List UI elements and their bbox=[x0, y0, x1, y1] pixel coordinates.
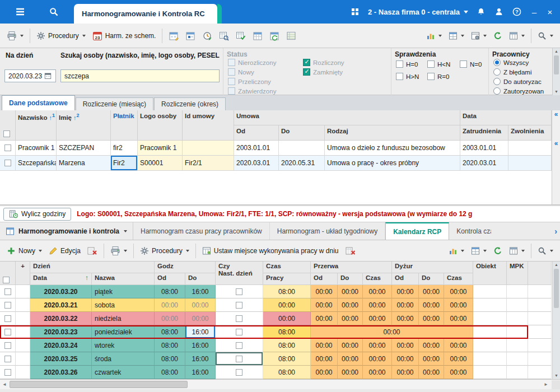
cell-przerwa-czas[interactable]: 00:00 bbox=[363, 352, 392, 366]
calendar-row[interactable]: 2020.03.26 czwartek 08:00 16:00 08:00 00… bbox=[0, 366, 552, 379]
calendar-row-selected[interactable]: 2020.03.23 poniedziałek 08:00 16:00 08:0… bbox=[0, 325, 552, 339]
cell-mpk[interactable] bbox=[507, 352, 528, 366]
employee-row-selected[interactable]: Szczepańska Marzena Fir2 S00001 Fir2/1 2… bbox=[0, 156, 552, 171]
select-all-checkbox[interactable] bbox=[3, 277, 10, 283]
checkbox-przeliczony[interactable]: Przeliczony bbox=[228, 78, 271, 85]
row-select-cell[interactable] bbox=[0, 325, 16, 339]
cell-zwolnienia[interactable] bbox=[508, 156, 552, 171]
expand-cell[interactable] bbox=[16, 298, 30, 312]
zoom-button[interactable] bbox=[534, 27, 557, 44]
company-selector[interactable]: 2 - Nasza firma 0 - centrala bbox=[368, 8, 468, 16]
col-header-logo-osoby[interactable]: Logo osoby bbox=[138, 110, 183, 141]
col-header-mpk[interactable]: MPK bbox=[507, 262, 528, 285]
cell-obiekt[interactable] bbox=[473, 366, 507, 379]
cell-nazwa[interactable]: środa bbox=[92, 352, 155, 366]
tab-harmonogram-czasu-pracy[interactable]: Harmonogram czasu pracy pracowników bbox=[133, 222, 270, 240]
cell-zatrudnienia[interactable]: 2003.01.01 bbox=[460, 141, 508, 156]
row-checkbox[interactable] bbox=[4, 144, 11, 151]
col-header-data[interactable]: Data↑ bbox=[30, 273, 92, 285]
col-header-dyzur-do[interactable]: Do bbox=[419, 273, 444, 285]
cell-czy-nast-dzien[interactable] bbox=[216, 366, 263, 379]
row-checkbox[interactable] bbox=[4, 356, 11, 362]
col-header-dyzur-od[interactable]: Od bbox=[392, 273, 419, 285]
radio-z-bledami[interactable]: Z błędami bbox=[493, 68, 532, 76]
more-tabs-button[interactable]: › bbox=[552, 222, 560, 240]
radio-do-autoryzacji[interactable]: Do autoryzac bbox=[493, 78, 542, 85]
cell-dyzur-do[interactable]: 00:00 bbox=[419, 339, 444, 352]
panels-button[interactable] bbox=[445, 27, 468, 44]
colgroup-dyzur[interactable]: Dyżur bbox=[392, 262, 473, 273]
cell-dyzur-czas[interactable]: 00:00 bbox=[444, 339, 473, 352]
cell-przerwa-do[interactable]: 00:00 bbox=[338, 339, 363, 352]
cell-przerwa-od[interactable]: 00:00 bbox=[311, 285, 338, 298]
cell-data[interactable]: 2020.03.21 bbox=[30, 298, 92, 312]
calendar-row[interactable]: 2020.03.24 wtorek 08:00 16:00 08:00 00:0… bbox=[0, 339, 552, 352]
nast-dzien-checkbox[interactable] bbox=[236, 288, 242, 295]
colgroup-dzien[interactable]: Dzień bbox=[30, 262, 155, 273]
cell-data[interactable]: 2020.03.22 bbox=[30, 312, 92, 325]
table-settings-button[interactable] bbox=[506, 242, 528, 259]
checkbox-n-rowne-0[interactable]: N=0 bbox=[460, 60, 482, 68]
cell-dyzur-czas[interactable]: 00:00 bbox=[444, 312, 473, 325]
radio-zautoryzowane[interactable]: Zautoryzowan bbox=[493, 87, 544, 95]
col-header-id-umowy[interactable]: Id umowy bbox=[183, 110, 234, 141]
cell-platnik[interactable]: fir2 bbox=[111, 141, 138, 156]
select-all-checkbox[interactable] bbox=[3, 130, 10, 137]
row-checkbox[interactable] bbox=[4, 315, 11, 322]
cell-nazwa[interactable]: piątek bbox=[92, 285, 155, 298]
scroll-right-arrow[interactable]: ► bbox=[542, 381, 550, 388]
cell-czy-nast-dzien-focused[interactable] bbox=[216, 352, 263, 366]
tab-dane-podstawowe[interactable]: Dane podstawowe bbox=[2, 95, 75, 110]
expand-cell[interactable] bbox=[16, 285, 30, 298]
row-select-cell[interactable] bbox=[0, 141, 16, 156]
cell-rodzaj[interactable]: Umowa o dzieło z funduszu bezosobow bbox=[325, 141, 460, 156]
scroll-left-arrow[interactable]: ◄ bbox=[1, 381, 8, 388]
cell-dyzur-od[interactable]: 00:00 bbox=[392, 339, 419, 352]
row-select-cell[interactable] bbox=[0, 339, 16, 352]
menu-button[interactable] bbox=[8, 0, 32, 24]
colgroup-czas[interactable]: Czas bbox=[263, 262, 311, 273]
expand-cell[interactable] bbox=[16, 352, 30, 366]
cell-obiekt[interactable] bbox=[473, 312, 507, 325]
collapse-panel-button[interactable]: « bbox=[552, 110, 560, 118]
employee-row[interactable]: Pracownik 1 SZCZEPAN fir2 Pracownik 1 20… bbox=[0, 141, 552, 156]
chart-button[interactable] bbox=[423, 27, 445, 44]
cell-obiekt[interactable] bbox=[473, 285, 507, 298]
col-header-dyzur-czas[interactable]: Czas bbox=[444, 273, 473, 285]
cell-czas-pracy[interactable]: 08:00 bbox=[263, 285, 311, 298]
cell-dyzur-od[interactable]: 00:00 bbox=[392, 366, 419, 379]
apps-grid-button[interactable] bbox=[347, 0, 363, 24]
chart-button[interactable] bbox=[445, 242, 468, 259]
zoom-button[interactable] bbox=[534, 242, 557, 259]
scrollbar-thumb[interactable] bbox=[554, 55, 559, 74]
cell-dyzur-do[interactable]: 00:00 bbox=[419, 352, 444, 366]
colgroup-data[interactable]: Data bbox=[460, 110, 552, 125]
scroll-up-arrow[interactable]: ▲ bbox=[553, 48, 560, 55]
window-tab[interactable]: Harmonogramowanie i Kontrola RC bbox=[74, 4, 217, 24]
cell-nazwa[interactable]: wtorek bbox=[92, 339, 155, 352]
checkbox-nierozliczony[interactable]: Nierozliczony bbox=[228, 59, 276, 66]
scroll-down-arrow[interactable]: ▼ bbox=[553, 372, 560, 379]
cell-czas-pracy[interactable]: 00:00 bbox=[263, 312, 311, 325]
radio-wszyscy[interactable]: Wszyscy bbox=[493, 59, 529, 66]
cell-umowa-do[interactable] bbox=[279, 141, 325, 156]
calendar-row[interactable]: 2020.03.20 piątek 08:00 16:00 08:00 00:0… bbox=[0, 285, 552, 298]
col-header-rodzaj[interactable]: Rodzaj bbox=[325, 125, 460, 141]
cell-godz-do[interactable]: 00:00 bbox=[185, 298, 216, 312]
cell-godz-od[interactable]: 00:00 bbox=[155, 312, 185, 325]
col-header-nazwa[interactable]: Nazwa bbox=[92, 273, 155, 285]
col-header-przerwa-czas[interactable]: Czas bbox=[363, 273, 392, 285]
cell-przerwa-od[interactable]: 00:00 bbox=[311, 339, 338, 352]
cell-imie[interactable]: SZCZEPAN bbox=[57, 141, 111, 156]
cell-przerwa-do[interactable]: 00:00 bbox=[338, 312, 363, 325]
col-header-godz-od[interactable]: Od bbox=[155, 273, 185, 285]
cell-umowa-od[interactable]: 2020.03.01 bbox=[234, 156, 279, 171]
cell-dyzur-do[interactable]: 00:00 bbox=[419, 366, 444, 379]
expand-cell[interactable] bbox=[16, 339, 30, 352]
cell-dyzur-czas[interactable]: 00:00 bbox=[444, 352, 473, 366]
row-select-cell[interactable] bbox=[0, 366, 16, 379]
cell-godz-do-selected[interactable]: 16:00 bbox=[185, 325, 216, 339]
cell-dyzur-od[interactable]: 00:00 bbox=[392, 312, 419, 325]
cell-dyzur-od[interactable]: 00:00 bbox=[392, 352, 419, 366]
cell-data[interactable]: 2020.03.24 bbox=[30, 339, 92, 352]
